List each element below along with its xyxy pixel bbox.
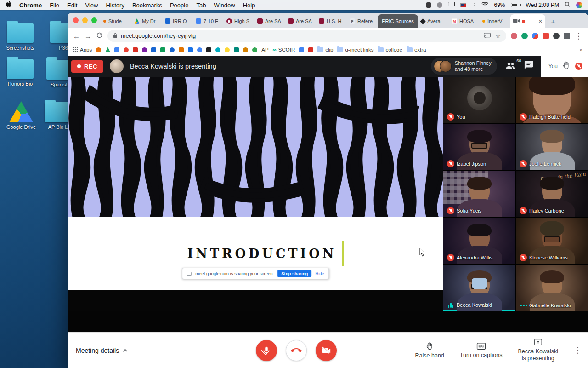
- bluetooth-icon[interactable]: [472, 1, 476, 9]
- bookmark-favicon[interactable]: [133, 47, 138, 52]
- bookmark-favicon[interactable]: [142, 47, 147, 52]
- reload-button[interactable]: [96, 32, 103, 40]
- bookmark-favicon[interactable]: [114, 47, 119, 52]
- browser-tab[interactable]: U.S. H: [316, 14, 347, 28]
- wifi-icon[interactable]: [481, 2, 488, 8]
- browser-tab-active-meet[interactable]: ✕: [510, 14, 545, 28]
- browser-tab[interactable]: Avera: [418, 14, 449, 28]
- bookmark-ap[interactable]: AP: [261, 47, 268, 52]
- apple-menu-icon[interactable]: [6, 1, 11, 9]
- menu-item-bookmarks[interactable]: Bookmarks: [132, 2, 162, 9]
- participant-tile-speaking[interactable]: Becca Kowalski: [443, 264, 515, 311]
- browser-tab[interactable]: IRR O: [162, 14, 193, 28]
- bookmark-favicon[interactable]: [299, 47, 304, 52]
- extension-icon[interactable]: [532, 33, 538, 39]
- bookmark-star-icon[interactable]: ☆: [495, 33, 501, 40]
- desktop-folder-screenshots[interactable]: Screenshots: [3, 23, 38, 51]
- menu-item-people[interactable]: People: [170, 2, 188, 9]
- control-center-icon[interactable]: [576, 2, 582, 8]
- presentation-status-button[interactable]: Becca Kowalskiis presenting: [518, 339, 558, 362]
- apps-shortcut[interactable]: Apps: [73, 47, 92, 53]
- more-options-icon[interactable]: ⋮: [574, 345, 582, 355]
- spotlight-search-icon[interactable]: [565, 1, 571, 9]
- bookmark-folder-college[interactable]: college: [378, 47, 402, 52]
- menu-item-view[interactable]: View: [85, 2, 98, 9]
- participant-tile[interactable]: Joelle Lennick: [516, 124, 588, 170]
- self-view-panel[interactable]: You: [541, 56, 588, 77]
- participant-tile[interactable]: Sofia Yucis: [443, 171, 515, 217]
- bookmarks-overflow-chevron[interactable]: »: [580, 47, 582, 52]
- maximize-window-button[interactable]: [91, 17, 97, 23]
- participants-button[interactable]: 60: [504, 61, 516, 72]
- browser-tab-eric-sources[interactable]: ERIC Sources: [378, 14, 418, 28]
- menu-item-help[interactable]: Help: [243, 2, 255, 9]
- status-menu-icon[interactable]: [437, 2, 442, 8]
- participant-tile[interactable]: Haleigh Butterfield: [516, 77, 588, 123]
- mute-microphone-button[interactable]: [256, 340, 277, 361]
- close-window-button[interactable]: [73, 17, 79, 23]
- address-bar[interactable]: meet.google.com/hey-eyij-vtg ☆: [107, 30, 506, 42]
- extension-icon[interactable]: [521, 33, 528, 39]
- recording-status-icon[interactable]: [426, 2, 431, 8]
- menu-item-window[interactable]: Window: [214, 2, 235, 9]
- bookmark-favicon[interactable]: [96, 47, 101, 52]
- browser-menu-icon[interactable]: ⋮: [575, 31, 582, 41]
- extension-icon[interactable]: [543, 33, 549, 39]
- participant-tile[interactable]: Dance in the Rain Hailey Carbone: [516, 171, 588, 217]
- captions-button[interactable]: Turn on captions: [460, 342, 503, 359]
- browser-tab[interactable]: Stude: [101, 14, 131, 28]
- leave-call-button[interactable]: [286, 340, 307, 361]
- bookmark-favicon[interactable]: [170, 47, 175, 52]
- new-tab-button[interactable]: +: [547, 15, 559, 27]
- browser-tab[interactable]: Are SA: [254, 14, 285, 28]
- minimize-window-button[interactable]: [82, 17, 88, 23]
- bookmark-favicon[interactable]: [124, 47, 129, 52]
- bookmark-favicon[interactable]: [234, 47, 239, 52]
- bookmark-favicon[interactable]: [252, 47, 257, 52]
- desktop-folder-honors-bio[interactable]: Honors Bio: [3, 59, 38, 86]
- browser-tab[interactable]: My Dr: [131, 14, 162, 28]
- chat-button[interactable]: [524, 61, 534, 72]
- browser-tab[interactable]: Are SA: [285, 14, 316, 28]
- browser-tab[interactable]: 7-10 E: [193, 14, 224, 28]
- meeting-details-button[interactable]: Meeting details: [76, 347, 128, 354]
- raise-hand-button[interactable]: Raise hand: [415, 342, 444, 359]
- participant-tile[interactable]: Alexandra Willis: [443, 218, 515, 264]
- cast-icon[interactable]: [484, 33, 491, 40]
- bookmark-favicon[interactable]: [215, 47, 220, 52]
- participant-tile[interactable]: Izabel Jipson: [443, 124, 515, 170]
- bookmark-favicon[interactable]: [179, 47, 184, 52]
- browser-tab[interactable]: InnerV: [480, 14, 510, 28]
- browser-tab[interactable]: PRefere: [347, 14, 378, 28]
- bookmark-favicon[interactable]: [151, 47, 156, 52]
- menu-item-chrome[interactable]: Chrome: [19, 2, 42, 9]
- forward-button[interactable]: →: [85, 33, 91, 40]
- back-button[interactable]: ←: [73, 33, 80, 40]
- hide-banner-link[interactable]: Hide: [315, 271, 324, 276]
- menu-item-file[interactable]: File: [50, 2, 59, 9]
- bookmark-favicon[interactable]: [160, 47, 165, 52]
- self-mic-muted-icon[interactable]: [575, 63, 582, 70]
- browser-tab[interactable]: MHOSA: [449, 14, 480, 28]
- bookmark-favicon[interactable]: [188, 47, 193, 52]
- bookmark-favicon[interactable]: [206, 47, 211, 52]
- stop-sharing-button[interactable]: Stop sharing: [277, 270, 311, 277]
- extension-icon[interactable]: [553, 33, 560, 39]
- turn-off-camera-button[interactable]: [316, 340, 337, 361]
- bookmark-scoir[interactable]: ∞SCOIR: [273, 47, 295, 52]
- menu-clock[interactable]: Wed 2:08 PM: [526, 2, 559, 8]
- menu-item-edit[interactable]: Edit: [67, 2, 77, 9]
- browser-tab[interactable]: BHigh S: [224, 14, 254, 28]
- close-tab-icon[interactable]: ✕: [538, 18, 543, 24]
- extension-icon[interactable]: [511, 33, 517, 39]
- attendees-chip[interactable]: Shannon Finneyand 48 more: [431, 58, 497, 75]
- bookmark-favicon[interactable]: [243, 47, 248, 52]
- bookmark-favicon[interactable]: [197, 47, 202, 52]
- extension-icon[interactable]: [564, 33, 570, 39]
- participant-tile-you[interactable]: You: [443, 77, 515, 123]
- desktop-google-drive[interactable]: Google Drive: [4, 101, 39, 130]
- bookmark-favicon[interactable]: [105, 47, 110, 52]
- bookmark-favicon[interactable]: [308, 47, 313, 52]
- participant-tile[interactable]: Klonese Williams: [516, 218, 588, 264]
- bookmark-folder-extra[interactable]: extra: [407, 47, 426, 52]
